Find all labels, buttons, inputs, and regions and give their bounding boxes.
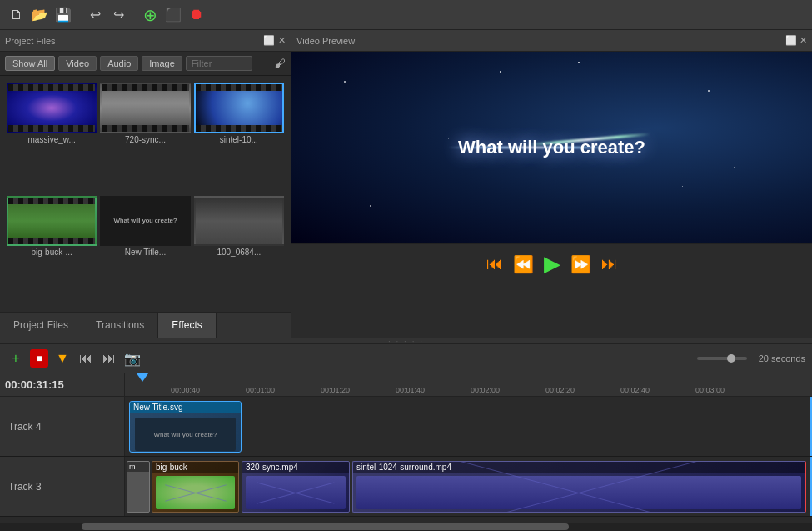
- tracks-container: Track 4 New Title.svg What will you crea…: [0, 397, 812, 523]
- play-button[interactable]: ▶: [544, 251, 560, 277]
- thumb-label: 100_0684...: [194, 248, 284, 257]
- tab-project-files[interactable]: Project Files: [0, 313, 82, 338]
- forward-to-end-button[interactable]: ⏭: [601, 254, 618, 273]
- timeline-ruler: 00:00:40 00:01:00 00:01:20 00:01:40 00:0…: [125, 373, 812, 397]
- project-files-title: Project Files: [5, 36, 56, 46]
- ruler-time: 00:01:20: [321, 386, 350, 394]
- snapshot-icon[interactable]: 📷: [123, 349, 142, 368]
- ruler-time: 00:02:00: [471, 386, 500, 394]
- video-filter-button[interactable]: Video: [58, 56, 97, 71]
- track-row: Track 4 New Title.svg What will you crea…: [0, 397, 812, 457]
- ruler-time: 00:02:40: [620, 386, 650, 394]
- filter-clear-icon[interactable]: 🖌: [274, 57, 286, 70]
- bottom-tabs: Project Files Transitions Effects: [0, 312, 291, 338]
- track-3-content: m big-buck- 320-sync.mp4: [125, 457, 812, 516]
- redo-icon[interactable]: ↪: [108, 5, 128, 25]
- clip-320-sync[interactable]: 320-sync.mp4: [242, 461, 350, 513]
- left-panel: Project Files ⬜ ✕ Show All Video Audio I…: [0, 30, 291, 338]
- thumb-title-text: What will you create?: [113, 217, 177, 224]
- ruler-time: 00:01:40: [396, 386, 425, 394]
- fast-forward-button[interactable]: ⏩: [570, 254, 591, 274]
- video-preview: What will you create?: [291, 52, 812, 243]
- filter-icon[interactable]: ▼: [53, 349, 72, 368]
- jump-start-icon[interactable]: ⏮: [77, 349, 95, 368]
- thumb-label: big-buck-...: [7, 248, 97, 257]
- track-row: Track 3 m big-buck-: [0, 457, 812, 517]
- timeline-toolbar: + ■ ▼ ⏮ ⏭ 📷 20 seconds: [0, 343, 812, 373]
- list-item[interactable]: massive_w...: [7, 83, 97, 193]
- image-filter-button[interactable]: Image: [142, 56, 182, 71]
- track-4-content: New Title.svg What will you create?: [125, 397, 812, 456]
- current-time-display: 00:00:31:15: [5, 378, 64, 391]
- clip-big-buck[interactable]: big-buck-: [152, 461, 239, 513]
- ruler-time: 00:02:20: [545, 386, 575, 394]
- clip-title-bar: New Title.svg: [130, 402, 241, 413]
- playhead: [137, 397, 137, 456]
- thumb-label: New Title...: [100, 248, 190, 257]
- list-item[interactable]: sintel-10...: [194, 83, 284, 193]
- thumb-label: sintel-10...: [194, 135, 284, 144]
- playhead: [137, 457, 137, 516]
- right-panel: Video Preview ⬜ ✕: [291, 30, 812, 338]
- rewind-button[interactable]: ⏪: [513, 254, 534, 274]
- preview-text: What will you create?: [458, 137, 645, 158]
- thumb-label: massive_w...: [7, 135, 97, 144]
- zoom-slider[interactable]: [697, 357, 747, 360]
- open-icon[interactable]: 📂: [30, 5, 50, 25]
- main-toolbar: 🗋 📂 💾 ↩ ↪ ⊕ ⬛ ⏺: [0, 0, 812, 30]
- import-icon[interactable]: ⊕: [140, 5, 160, 25]
- preview-close-icon[interactable]: ✕: [800, 35, 807, 45]
- clip-new-title[interactable]: New Title.svg What will you create?: [129, 401, 242, 453]
- zoom-controls: [697, 357, 747, 360]
- project-files-header: Project Files ⬜ ✕: [0, 30, 291, 52]
- thumb-label: 720-sync...: [100, 135, 190, 144]
- list-item[interactable]: 720-sync...: [100, 83, 190, 193]
- clip-m[interactable]: m: [127, 461, 150, 513]
- preview-title: Video Preview: [296, 36, 355, 46]
- list-item[interactable]: 100_0684...: [194, 196, 284, 306]
- zoom-level: 20 seconds: [759, 353, 805, 363]
- jump-end-icon[interactable]: ⏭: [100, 349, 118, 368]
- maximize-icon[interactable]: ⬜: [263, 35, 275, 46]
- clip-sintel[interactable]: sintel-1024-surround.mp4: [352, 461, 806, 513]
- filter-input[interactable]: [186, 56, 252, 71]
- preview-maximize-icon[interactable]: ⬜: [785, 35, 797, 45]
- export-icon[interactable]: ⬛: [163, 5, 183, 25]
- close-icon[interactable]: ✕: [278, 35, 286, 46]
- zoom-slider-thumb: [727, 354, 735, 363]
- tab-effects[interactable]: Effects: [158, 313, 216, 338]
- tab-transitions[interactable]: Transitions: [82, 313, 158, 338]
- horizontal-scrollbar[interactable]: [0, 523, 812, 531]
- playback-controls: ⏮ ⏪ ▶ ⏩ ⏭: [291, 243, 812, 283]
- save-icon[interactable]: 💾: [53, 5, 73, 25]
- track-4-label: Track 4: [0, 397, 125, 456]
- thumbnail-grid: massive_w... 720-sync...: [0, 76, 291, 312]
- filter-bar: Show All Video Audio Image 🖌: [0, 52, 291, 76]
- undo-icon[interactable]: ↩: [85, 5, 105, 25]
- rewind-to-start-button[interactable]: ⏮: [486, 254, 503, 273]
- track-3-label: Track 3: [0, 457, 125, 516]
- list-item[interactable]: big-buck-...: [7, 196, 97, 306]
- remove-track-icon[interactable]: ■: [30, 349, 48, 368]
- scrollbar-thumb[interactable]: [82, 523, 569, 530]
- ruler-time: 00:00:40: [171, 386, 200, 394]
- timeline-section: + ■ ▼ ⏮ ⏭ 📷 20 seconds 00:00:31:15: [0, 338, 812, 531]
- show-all-button[interactable]: Show All: [5, 56, 55, 71]
- ruler-time: 00:01:00: [246, 386, 275, 394]
- record-icon[interactable]: ⏺: [187, 5, 207, 25]
- ruler-time: 00:03:00: [695, 386, 725, 394]
- add-track-icon[interactable]: +: [7, 349, 25, 368]
- audio-filter-button[interactable]: Audio: [100, 56, 138, 71]
- preview-header: Video Preview ⬜ ✕: [291, 30, 812, 52]
- new-icon[interactable]: 🗋: [7, 5, 27, 25]
- list-item[interactable]: What will you create? New Title...: [100, 196, 190, 306]
